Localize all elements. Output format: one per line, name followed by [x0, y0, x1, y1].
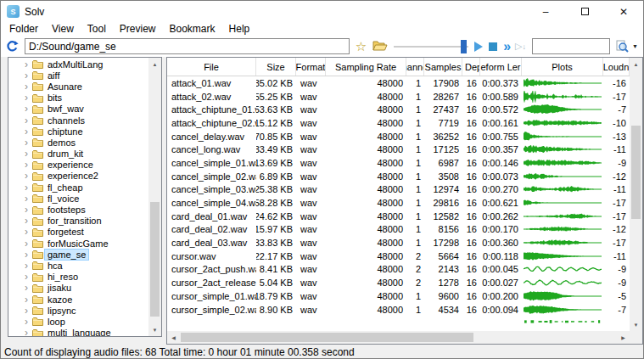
header-cell-ch[interactable]: hanne — [406, 58, 424, 76]
address-input[interactable] — [25, 38, 350, 54]
table-row[interactable]: cancel_simple_02.wav6.89 KBwav4800013508… — [167, 170, 630, 183]
header-cell-file[interactable]: File — [167, 58, 256, 76]
expand-chevron-icon[interactable]: › — [20, 171, 32, 181]
menu-item-help[interactable]: Help — [222, 22, 257, 36]
tree-item-asunare[interactable]: ›Asunare — [8, 81, 148, 92]
header-cell-plot[interactable]: Plots — [522, 58, 603, 76]
minimize-button[interactable]: – — [526, 1, 565, 22]
tree-item-hca[interactable]: ›hca — [8, 260, 148, 271]
tree-item-formusicgame[interactable]: ›forMusicGame — [8, 238, 148, 249]
expand-chevron-icon[interactable]: › — [20, 261, 32, 271]
expand-chevron-icon[interactable]: › — [20, 306, 32, 316]
table-row[interactable]: attack_chiptune_01.wav53.63 KBwav4800012… — [167, 103, 630, 116]
expand-chevron-icon[interactable]: › — [20, 250, 32, 260]
menu-item-folder[interactable]: Folder — [3, 22, 45, 36]
tree-item-fl_voice[interactable]: ›fl_voice — [8, 193, 148, 204]
tree-scroll-up-button[interactable]: ▲ — [148, 58, 161, 70]
table-row[interactable]: cursor_simple_02.wav8.90 KBwav4800014534… — [167, 303, 630, 317]
tree-item-forgetest[interactable]: ›forgetest — [8, 227, 148, 238]
table-row[interactable]: cancel_simple_01.wav13.69 KBwav480001698… — [167, 156, 630, 170]
tree-scrollbar-thumb[interactable] — [150, 202, 160, 317]
volume-slider-handle[interactable] — [461, 40, 467, 53]
table-row[interactable]: cursor.wav22.17 KBwav4800025664160:00.11… — [167, 250, 630, 263]
fast-forward-button[interactable]: » — [503, 40, 509, 53]
table-row[interactable]: card_deal_03.wav33.83 KBwav4800011729816… — [167, 236, 630, 250]
header-cell-format[interactable]: Format — [296, 58, 326, 76]
expand-chevron-icon[interactable]: › — [20, 328, 32, 336]
close-button[interactable]: ✕ — [604, 1, 643, 22]
header-cell-bits[interactable]: t Dep — [462, 58, 480, 76]
menu-item-bookmark[interactable]: Bookmark — [163, 22, 222, 36]
tree-item-demos[interactable]: ›demos — [8, 137, 148, 148]
refresh-button[interactable] — [6, 40, 19, 53]
tree-item-aiff[interactable]: ›aiff — [8, 70, 148, 81]
tree-item-experience[interactable]: ›experience — [8, 160, 148, 171]
header-cell-len[interactable]: eform Ler — [480, 58, 522, 76]
tree-item-experience2[interactable]: ›experience2 — [8, 171, 148, 182]
table-scroll-down-button[interactable]: ▼ — [630, 318, 642, 331]
expand-chevron-icon[interactable]: › — [20, 182, 32, 193]
volume-slider[interactable] — [394, 40, 468, 53]
play-button[interactable] — [474, 42, 483, 52]
table-row[interactable]: attack_01.wav35.02 KBwav48000117908160:0… — [167, 76, 630, 90]
expand-chevron-icon[interactable]: › — [20, 70, 32, 81]
tree-item-drum_kit[interactable]: ›drum_kit — [8, 149, 148, 160]
tree-item-bits[interactable]: ›bits — [8, 93, 148, 104]
table-row[interactable]: cancel_long.wav33.49 KBwav48000117125160… — [167, 143, 630, 156]
table-row[interactable]: cursor_simple_01.wav18.79 KBwav480001960… — [167, 289, 630, 303]
menu-item-view[interactable]: View — [45, 22, 81, 36]
expand-chevron-icon[interactable]: › — [20, 104, 32, 114]
filter-button[interactable]: ▼ — [616, 40, 638, 53]
header-cell-loud[interactable]: Loudn — [603, 58, 630, 76]
expand-chevron-icon[interactable]: › — [20, 194, 32, 204]
search-input[interactable] — [532, 38, 610, 54]
menu-item-preview[interactable]: Preview — [113, 22, 163, 36]
table-row[interactable]: cursor_2act_release.wav5.04 KBwav4800021… — [167, 276, 630, 289]
expand-chevron-icon[interactable]: › — [20, 227, 32, 237]
table-horizontal-scrollbar[interactable]: ◀ ▶ — [167, 331, 630, 344]
table-scroll-right-button[interactable]: ▶ — [617, 331, 630, 344]
expand-chevron-icon[interactable]: › — [20, 160, 32, 170]
tree-item-chiptune[interactable]: ›chiptune — [8, 126, 148, 137]
table-scroll-left-button[interactable]: ◀ — [167, 331, 180, 344]
table-row[interactable]: card_deal_02.wav15.97 KBwav4800018156160… — [167, 223, 630, 237]
expand-chevron-icon[interactable]: › — [20, 81, 32, 92]
tree-item-loop[interactable]: ›loop — [8, 316, 148, 327]
auto-next-button[interactable]: ▷↓ — [515, 42, 526, 51]
expand-chevron-icon[interactable]: › — [20, 149, 32, 159]
table-row[interactable]: cursor_2act_push.wav8.41 KBwav4800022143… — [167, 263, 630, 277]
header-cell-size[interactable]: Size — [256, 58, 296, 76]
table-row[interactable]: card_deal_01.wav24.62 KBwav4800011258216… — [167, 210, 630, 223]
expand-chevron-icon[interactable]: › — [20, 137, 32, 148]
tree-item-multi_language[interactable]: ›multi_language — [8, 328, 148, 337]
table-scroll-up-button[interactable]: ▲ — [630, 58, 642, 70]
table-row[interactable]: cancel_simple_04.wav58.28 KBwav480001298… — [167, 196, 630, 210]
table-hscrollbar-thumb[interactable] — [181, 333, 473, 342]
table-row[interactable]: attack_02.wav55.25 KBwav48000128267160:0… — [167, 90, 630, 104]
tree-item-kazoe[interactable]: ›kazoe — [8, 294, 148, 305]
table-row[interactable]: cancel_delay.wav70.85 KBwav4800013625216… — [167, 130, 630, 143]
bookmark-star-icon[interactable]: ☆ — [356, 40, 367, 53]
header-cell-samples[interactable]: Samples — [424, 58, 462, 76]
maximize-button[interactable] — [565, 1, 604, 22]
menu-item-tool[interactable]: Tool — [81, 22, 113, 36]
tree-item-bwf_wav[interactable]: ›bwf_wav — [8, 104, 148, 115]
expand-chevron-icon[interactable]: › — [20, 216, 32, 226]
expand-chevron-icon[interactable]: › — [20, 294, 32, 305]
table-vscrollbar-thumb[interactable] — [631, 126, 641, 219]
tree-item-adxmultilang[interactable]: ›adxMultiLang — [8, 59, 148, 70]
table-vertical-scrollbar[interactable]: ▲ ▼ — [630, 58, 642, 331]
tree-item-for_transition[interactable]: ›for_transition — [8, 216, 148, 227]
expand-chevron-icon[interactable]: › — [20, 238, 32, 249]
tree-item-game_se[interactable]: ›game_se — [8, 249, 148, 260]
expand-chevron-icon[interactable]: › — [20, 93, 32, 103]
expand-chevron-icon[interactable]: › — [20, 272, 32, 282]
tree-item-footsteps[interactable]: ›footsteps — [8, 204, 148, 215]
expand-chevron-icon[interactable]: › — [20, 115, 32, 126]
tree-scrollbar[interactable]: ▲ ▼ — [148, 58, 161, 336]
tree-item-lipsync[interactable]: ›lipsync — [8, 305, 148, 316]
table-row[interactable]: cancel_simple_03.wav25.38 KBwav480001129… — [167, 183, 630, 197]
tree-item-channels[interactable]: ›channels — [8, 115, 148, 126]
table-row[interactable] — [167, 316, 630, 330]
tree-item-fl_cheap[interactable]: ›fl_cheap — [8, 182, 148, 193]
